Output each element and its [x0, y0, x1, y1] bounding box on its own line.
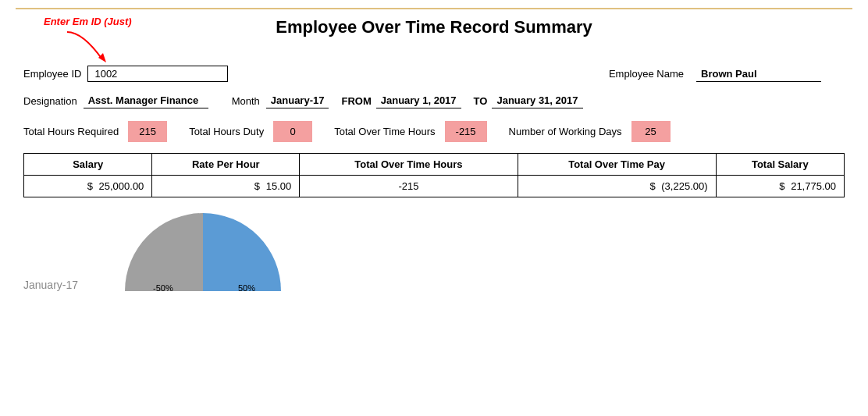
- total-salary-dollar: $: [779, 180, 784, 192]
- chart-label-right: 50%: [238, 283, 255, 293]
- summary-table: Salary Rate Per Hour Total Over Time Hou…: [23, 153, 845, 197]
- total-hours-duty-value: 0: [273, 121, 312, 142]
- employee-name-label: Employee Name: [609, 68, 684, 80]
- total-overtime-hours-label: Total Over Time Hours: [334, 126, 435, 137]
- total-overtime-hours-value: -215: [445, 121, 487, 142]
- col-ot-pay: Total Over Time Pay: [518, 154, 716, 176]
- summary-table-wrapper: Salary Rate Per Hour Total Over Time Hou…: [16, 153, 852, 197]
- col-total-salary: Total Salary: [716, 154, 844, 176]
- cell-salary: $ 25,000.00: [24, 176, 152, 197]
- pie-chart: -50% 50%: [125, 213, 281, 299]
- month-label: Month: [232, 95, 260, 107]
- salary-value: 25,000.00: [99, 180, 144, 192]
- employee-row: Employee ID 1002 Employee Name Brown Pau…: [16, 66, 852, 82]
- salary-dollar: $: [87, 180, 93, 192]
- ot-pay-value: (3,225.00): [661, 180, 707, 192]
- cell-rate: $ 15.00: [152, 176, 300, 197]
- from-label: FROM: [341, 95, 371, 107]
- cell-total-salary: $ 21,775.00: [716, 176, 844, 197]
- total-hours-required-label: Total Hours Required: [23, 126, 119, 137]
- to-label: TO: [474, 95, 488, 107]
- stats-row: Total Hours Required 215 Total Hours Dut…: [16, 121, 852, 142]
- bottom-section: January-17 -50% 50%: [16, 205, 852, 299]
- designation-value: Asst. Manager Finance: [84, 93, 208, 108]
- employee-name-value: Brown Paul: [696, 66, 821, 82]
- red-arrow-icon: [59, 28, 130, 71]
- annotation-text: Enter Em ID (Just): [44, 16, 132, 27]
- bottom-month-label: January-17: [23, 279, 78, 299]
- designation-label: Designation: [23, 95, 77, 107]
- total-hours-duty-label: Total Hours Duty: [189, 126, 264, 137]
- number-working-days-value: 25: [631, 121, 671, 142]
- rate-dollar: $: [254, 180, 260, 192]
- total-hours-required-value: 215: [128, 121, 167, 142]
- rate-value: 15.00: [266, 180, 292, 192]
- ot-hours-value: -215: [398, 180, 418, 192]
- from-value: January 1, 2017: [376, 93, 461, 108]
- page-title: Employee Over Time Record Summary: [16, 11, 852, 37]
- cell-ot-hours: -215: [300, 176, 518, 197]
- col-rate: Rate Per Hour: [152, 154, 300, 176]
- number-working-days-label: Number of Working Days: [509, 126, 622, 137]
- col-salary: Salary: [24, 154, 152, 176]
- ot-pay-dollar: $: [649, 180, 655, 192]
- col-ot-hours: Total Over Time Hours: [300, 154, 518, 176]
- to-value: January 31, 2017: [492, 93, 582, 108]
- chart-label-left: -50%: [153, 283, 173, 293]
- cell-ot-pay: $ (3,225.00): [518, 176, 716, 197]
- total-salary-value: 21,775.00: [791, 180, 836, 192]
- designation-row: Designation Asst. Manager Finance Month …: [16, 93, 852, 108]
- month-value: January-17: [266, 93, 329, 108]
- annotation-block: Enter Em ID (Just): [44, 16, 132, 27]
- top-decorative-line: [16, 8, 852, 9]
- table-row: $ 25,000.00 $ 15.00 -215 $ (3,225.00): [24, 176, 845, 197]
